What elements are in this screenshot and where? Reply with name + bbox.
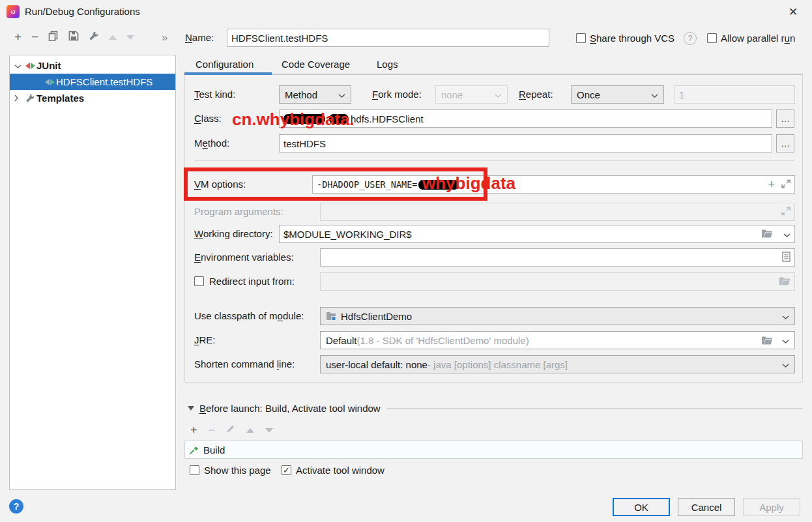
before-launch-rule (387, 408, 803, 409)
repeat-label: Repeat: (519, 85, 553, 104)
edit-task-icon[interactable] (226, 424, 235, 436)
chevron-down-icon (782, 311, 789, 322)
configurations-toolbar: + − (14, 30, 134, 44)
chevron-down-icon[interactable] (783, 229, 790, 240)
move-task-up-icon[interactable] (246, 428, 254, 433)
copy-configuration-icon[interactable] (48, 31, 59, 44)
expand-field-icon[interactable] (781, 179, 790, 190)
cancel-button[interactable]: Cancel (678, 498, 735, 516)
intellij-logo-icon: IJ (7, 5, 20, 18)
tree-item-label: Templates (36, 93, 84, 104)
class-browse-button[interactable]: … (776, 109, 794, 128)
working-directory-input[interactable]: $MODULE_WORKING_DIR$ (279, 225, 795, 243)
tab-code-coverage[interactable]: Code Coverage (282, 59, 350, 70)
chevron-down-icon (782, 359, 789, 370)
name-input[interactable]: HDFSClient.testHDFS (227, 29, 549, 47)
add-task-icon[interactable]: + (190, 424, 197, 436)
method-input[interactable]: testHDFS (279, 134, 772, 152)
chevron-down-icon (338, 89, 345, 100)
vm-options-label: VM options: (194, 175, 246, 194)
build-hammer-icon (189, 445, 199, 455)
program-arguments-input (320, 203, 795, 221)
activate-tool-window-label: Activate tool window (296, 465, 384, 476)
tree-item-label: JUnit (36, 60, 61, 71)
remove-configuration-icon[interactable]: − (31, 31, 38, 43)
move-down-icon[interactable] (126, 35, 134, 40)
remove-task-icon[interactable]: − (209, 424, 216, 436)
class-label: Class: (194, 109, 222, 128)
shorten-command-line-label: Shorten command line: (194, 355, 295, 373)
module-icon (326, 312, 336, 321)
class-input[interactable]: hdfs.HDFSClient (279, 109, 772, 128)
before-launch-toolbar: + − (190, 424, 273, 437)
jre-select[interactable]: Default (1.8 - SDK of 'HdfsClientDemo' m… (320, 331, 795, 349)
tree-item-hdfsclient-testhdfs[interactable]: HDFSClient.testHDFS (10, 74, 175, 90)
show-this-page-checkbox[interactable] (190, 465, 199, 475)
method-browse-button[interactable]: … (776, 134, 794, 152)
share-through-vcs-checkbox[interactable] (576, 33, 586, 43)
test-kind-select[interactable]: Method (279, 85, 351, 104)
before-launch-task-build[interactable]: Build (184, 441, 803, 459)
tab-logs[interactable]: Logs (377, 59, 398, 70)
browse-variables-icon[interactable] (782, 252, 790, 264)
jre-label: JRE: (194, 331, 216, 349)
folder-icon[interactable] (761, 229, 773, 240)
working-directory-label: Working directory: (194, 225, 273, 243)
before-launch-title: Before launch: Build, Activate tool wind… (199, 403, 381, 414)
shorten-command-line-select[interactable]: user-local default: none - java [options… (320, 355, 795, 373)
save-configuration-icon[interactable] (68, 31, 79, 44)
tree-item-label: HDFSClient.testHDFS (56, 76, 152, 87)
help-icon[interactable]: ? (9, 499, 23, 514)
chevron-right-icon[interactable] (14, 93, 19, 104)
redirect-input-checkbox[interactable] (194, 276, 204, 286)
task-label: Build (203, 444, 225, 456)
redaction-blob (329, 114, 349, 124)
chevron-down-icon (782, 335, 789, 346)
before-launch-header[interactable]: Before launch: Build, Activate tool wind… (188, 403, 803, 414)
collapse-triangle-icon[interactable] (188, 406, 194, 411)
move-up-icon[interactable] (109, 35, 117, 40)
environment-variables-input[interactable] (320, 248, 795, 267)
environment-variables-label: Environment variables: (194, 248, 294, 267)
redirect-input-label: Redirect input from: (209, 272, 295, 291)
tree-item-templates[interactable]: Templates (10, 90, 175, 106)
show-this-page-label: Show this page (204, 465, 271, 476)
dialog-title: Run/Debug Configurations (25, 6, 140, 17)
allow-parallel-run-checkbox[interactable] (707, 33, 717, 43)
add-vm-option-icon[interactable]: + (768, 180, 775, 189)
fork-mode-label: Fork mode: (372, 85, 422, 104)
chevron-down-icon[interactable] (14, 60, 22, 71)
vcs-help-icon[interactable]: ? (684, 32, 697, 45)
folder-icon[interactable] (761, 336, 773, 345)
folder-icon (779, 276, 790, 287)
form-separator (194, 160, 794, 161)
tree-item-junit[interactable]: JUnit (10, 57, 175, 74)
configuration-form: Test kind: Method Fork mode: none Repeat… (184, 75, 803, 383)
vm-options-input[interactable]: -DHADOOP_USER_NAME= + (312, 175, 795, 194)
repeat-select[interactable]: Once (571, 85, 664, 104)
repeat-count-input: 1 (674, 85, 795, 104)
redirect-input-input (320, 272, 795, 291)
activate-tool-window-option: Activate tool window (282, 465, 384, 476)
use-classpath-label: Use classpath of module: (194, 307, 304, 325)
junit-icon (25, 63, 35, 69)
move-task-down-icon[interactable] (265, 428, 273, 433)
edit-templates-icon[interactable] (89, 31, 99, 44)
method-label: Method: (194, 134, 229, 152)
allow-parallel-run-label: Allow parallel run (721, 33, 795, 44)
classpath-module-select[interactable]: HdfsClientDemo (320, 307, 795, 325)
junit-icon (45, 79, 55, 85)
redaction-blob (283, 114, 325, 124)
test-kind-label: Test kind: (194, 85, 235, 104)
add-configuration-icon[interactable]: + (14, 31, 22, 43)
chevron-down-icon (651, 89, 658, 100)
activate-tool-window-checkbox[interactable] (282, 465, 291, 475)
run-debug-configurations-dialog: IJ Run/Debug Configurations ✕ + − » JUni… (0, 0, 812, 522)
tab-configuration[interactable]: Configuration (196, 59, 254, 70)
apply-button[interactable]: Apply (743, 498, 800, 516)
toolbar-overflow-icon[interactable]: » (162, 31, 167, 44)
configurations-tree: JUnit HDFSClient.testHDFS Templates (9, 55, 176, 490)
ok-button[interactable]: OK (613, 498, 670, 516)
close-icon[interactable]: ✕ (783, 4, 803, 20)
name-label: Name: (185, 29, 214, 47)
